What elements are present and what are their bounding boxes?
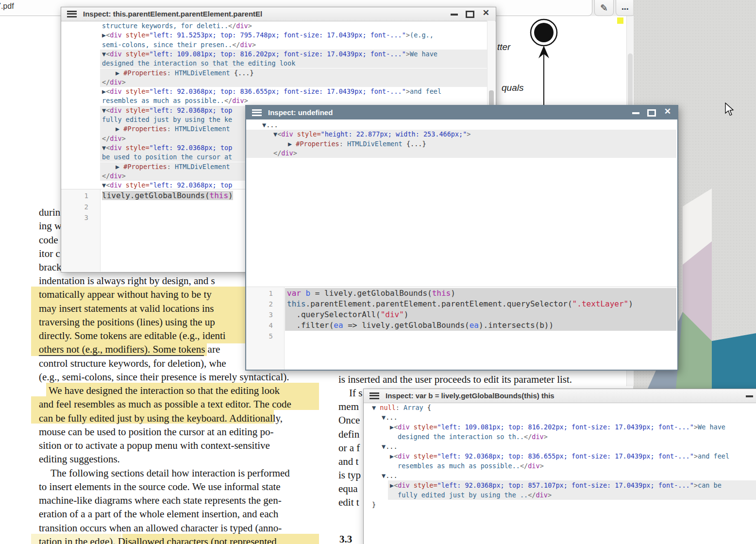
pdf-text-line: defin <box>338 428 359 441</box>
window3-title: Inspect: var b = lively.getGlobalBounds(… <box>386 391 554 400</box>
inspector-window-3: Inspect: var b = lively.getGlobalBounds(… <box>363 389 756 544</box>
tree-row[interactable]: ▼... <box>364 442 756 451</box>
tree-row[interactable]: designed the interaction so that the edi… <box>100 59 495 68</box>
window3-titlebar[interactable]: Inspect: var b = lively.getGlobalBounds(… <box>364 389 756 403</box>
pdf-text-line: sition or to activate a popup menu with … <box>39 440 270 452</box>
pdf-text-line: 3.3 <box>339 533 352 544</box>
code-line[interactable]: this.parentElement.parentElement.parentE… <box>285 299 676 309</box>
pdf-text-line: and t <box>338 456 358 468</box>
pdf-text-line: or a f <box>338 442 360 454</box>
pdf-text-line: tter <box>497 42 510 52</box>
pdf-text-line: durin <box>39 206 60 219</box>
tree-row[interactable]: ▼... <box>246 120 676 130</box>
pdf-text-line: indentation is always right by design, a… <box>39 275 215 287</box>
window1-titlebar[interactable]: Inspect: this.parentElement.parentElemen… <box>61 7 496 21</box>
tree-row[interactable]: ▼<div style="height: 22.877px; width: 25… <box>246 130 676 139</box>
pdf-text-line: directly. Some tokens are editable (e.g.… <box>39 330 226 342</box>
tree-row[interactable]: ▶<div style="left: 92.0368px; top: 857.1… <box>388 480 756 490</box>
tree-row[interactable]: resembles as much as possible..</div> <box>61 96 495 105</box>
minimize-button[interactable] <box>451 14 458 16</box>
pdf-text-line: to insert elements in the source code. W… <box>39 481 281 493</box>
pdf-text-line: Once <box>338 414 360 426</box>
gutter-line: 1 <box>61 190 88 202</box>
tree-row[interactable]: ▶ #Properties: HTMLDivElement {...} <box>100 68 495 78</box>
pdf-text-line: If s <box>349 387 362 399</box>
pdf-text-line: traversing the positions (lines) using t… <box>39 316 215 328</box>
maximize-button[interactable] <box>466 11 474 18</box>
gutter-line: 5 <box>246 331 273 341</box>
pdf-tab-label: 7.pdf <box>0 2 14 11</box>
pdf-text-line: is typ <box>338 469 361 481</box>
minimize-button[interactable] <box>746 395 753 397</box>
gutter-line: 3 <box>61 212 88 223</box>
gutter-line: 4 <box>246 320 273 331</box>
pdf-text-line: tomatically appear without having to be … <box>39 289 212 301</box>
close-icon[interactable]: ✕ <box>664 107 671 116</box>
mouse-cursor-icon <box>725 102 736 117</box>
menu-icon[interactable] <box>67 11 77 17</box>
pdf-text-line: (e.g., semi-colons, since their presence… <box>39 371 289 383</box>
window1-title: Inspect: this.parentElement.parentElemen… <box>83 10 262 18</box>
tree-row[interactable]: ▶<div style="left: 91.5253px; top: 795.7… <box>61 31 495 40</box>
annotation-marker[interactable] <box>617 17 623 24</box>
tree-row[interactable]: resembles as much as possible..</div> <box>364 461 756 471</box>
tree-row[interactable]: ▼<div style="left: 109.081px; top: 816.2… <box>100 50 495 59</box>
ellipsis-icon: ▪▪▪ <box>622 6 629 16</box>
window2-titlebar[interactable]: Inspect: undefined ✕ <box>246 106 677 119</box>
inner-circle-icon <box>534 23 554 42</box>
pdf-text-line: and feel resembles as much as possible a… <box>39 398 291 410</box>
gutter-line: 3 <box>246 309 273 320</box>
pdf-text-line: tation in the edge). Disallowed characte… <box>39 536 277 544</box>
window3-dom-tree[interactable]: ▼ null: Array {▼...▶<div style="left: 10… <box>364 403 756 544</box>
tree-row[interactable]: ▼... <box>364 471 756 480</box>
pdf-text-line: itor c <box>39 248 60 260</box>
pdf-text-line: brack <box>39 261 62 273</box>
window2-title: Inspect: undefined <box>268 108 333 117</box>
pdf-text-line: can be fully edited just by using the ke… <box>39 412 283 425</box>
pdf-text-line: editing suggestions. <box>39 453 120 465</box>
pdf-text-line: may insert statements at valid locations… <box>39 303 214 315</box>
more-options-button[interactable]: ▪▪▪ <box>616 0 635 16</box>
menu-icon[interactable] <box>252 109 262 116</box>
pdf-text-line: code <box>39 234 58 246</box>
inspector-window-2: Inspect: undefined ✕ ▼...▼<div style="he… <box>245 105 678 371</box>
tree-row[interactable]: </div> <box>100 78 495 87</box>
tree-row[interactable]: </div> <box>246 149 676 158</box>
maximize-button[interactable] <box>647 109 656 117</box>
pdf-text-line: equa <box>338 483 358 495</box>
pdf-text-line: The following sections detail how intera… <box>50 467 290 479</box>
pdf-text-line: transition occurs when an allowed charac… <box>39 522 282 534</box>
pdf-text-line: mem <box>338 401 359 413</box>
pencil-icon: ✎ <box>600 2 608 16</box>
close-icon[interactable]: ✕ <box>483 9 489 17</box>
edit-annotation-button[interactable]: ✎ <box>594 0 614 16</box>
tree-row[interactable]: structure keywords, for deleti..</div> <box>61 21 495 31</box>
bpmn-end-event-diagram <box>527 15 561 107</box>
tree-row[interactable]: ▶<div style="left: 92.0368px; top: 836.6… <box>364 451 756 461</box>
tree-row[interactable]: designed the interaction so th..</div> <box>364 432 756 442</box>
tree-row[interactable]: } <box>364 500 756 510</box>
window2-dom-tree[interactable]: ▼...▼<div style="height: 22.877px; width… <box>246 120 676 286</box>
screen: 7.pdf ✎ ▪▪▪ Inspect: this.parentElement. <box>0 0 756 544</box>
gutter-line: 2 <box>246 299 273 309</box>
minimize-button[interactable] <box>632 112 639 114</box>
pdf-text-line: others not (e.g., modifiers). Some token… <box>39 343 220 356</box>
pdf-text-line: control structure keywords, for deletion… <box>39 357 226 370</box>
tree-row[interactable] <box>285 331 676 341</box>
gutter-line: 2 <box>61 202 88 213</box>
tree-row[interactable]: semi-colons, since their presen..</div> <box>61 40 495 50</box>
code-line[interactable]: var b = lively.getGlobalBounds(this) <box>285 288 676 299</box>
pdf-text-line: ing w <box>39 220 62 232</box>
tree-row[interactable]: ▶<div style="left: 109.081px; top: 816.2… <box>364 422 756 432</box>
tree-row[interactable]: ▼ null: Array { <box>364 403 756 412</box>
code-line[interactable]: .querySelectorAll("div") <box>285 309 676 320</box>
pdf-text-line: We have designed the interaction so that… <box>49 385 280 397</box>
menu-icon[interactable] <box>370 392 379 399</box>
tree-row[interactable]: fully edited just by using the ..</div> <box>388 490 756 500</box>
pdf-text-line: eration of a a part of the whole element… <box>39 508 278 520</box>
tree-row[interactable]: ▼... <box>364 412 756 422</box>
tree-row[interactable]: ▶ #Properties: HTMLDivElement {...} <box>246 139 676 149</box>
pdf-text-line: is inserted and the user proceeds to edi… <box>338 374 572 386</box>
tree-row[interactable]: ▶<div style="left: 92.0368px; top: 836.6… <box>61 87 495 96</box>
code-line[interactable]: .filter(ea => lively.getGlobalBounds(ea)… <box>285 320 676 331</box>
